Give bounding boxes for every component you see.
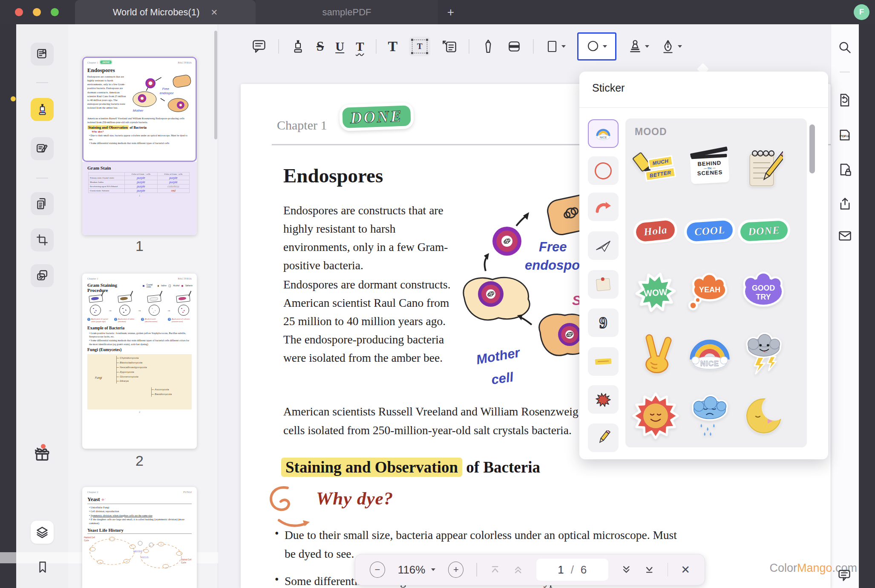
- yeah-sticker: YEAH: [685, 269, 735, 315]
- highlight-tool[interactable]: [291, 39, 305, 54]
- step-item: 1Application of crystal violet (purple d…: [87, 318, 112, 323]
- sticker-tool-active[interactable]: [577, 32, 616, 61]
- note-comment-tool[interactable]: [251, 39, 267, 54]
- callout-tool[interactable]: [442, 39, 457, 54]
- thumbnail-page-1[interactable]: Chapter 1 DONE BACTERIA Endospores Endos…: [82, 57, 197, 235]
- zoom-level-control[interactable]: 116%: [398, 563, 436, 576]
- underline-tool[interactable]: U: [335, 40, 344, 54]
- sticker-category-note[interactable]: [588, 270, 619, 299]
- sticker-category-plane[interactable]: [588, 231, 619, 260]
- thumb2-legend: Crystal violet Iodine Alcohol Safranin: [143, 284, 193, 288]
- sidebar-item-layers[interactable]: [31, 521, 54, 544]
- sticker-category-burst[interactable]: [588, 385, 619, 414]
- page-title: Endospores: [283, 164, 383, 187]
- sticker-moon[interactable]: [739, 392, 789, 439]
- sticker-peace-hand[interactable]: [630, 331, 681, 378]
- sticker-wow[interactable]: WOW: [630, 270, 681, 314]
- pencil-tool[interactable]: [481, 39, 495, 54]
- avatar[interactable]: F: [854, 4, 869, 20]
- sticker-done[interactable]: DONE: [739, 222, 789, 240]
- chevron-down-icon[interactable]: [561, 45, 566, 48]
- tab-close-icon[interactable]: ✕: [211, 7, 218, 17]
- sticker-much-better[interactable]: MUCH BETTER: [630, 147, 681, 190]
- next-page-button[interactable]: [621, 564, 631, 575]
- stamp-tool-group[interactable]: [628, 39, 649, 54]
- sidebar-item-reader[interactable]: [31, 43, 54, 66]
- sticker-notepad[interactable]: [739, 147, 789, 191]
- sidebar-item-slides[interactable]: [31, 264, 54, 287]
- rail-share[interactable]: [838, 196, 852, 213]
- sidebar-item-pages[interactable]: [31, 192, 54, 215]
- sticker-rain-cloud[interactable]: [685, 392, 735, 439]
- sticker-nice-rainbow[interactable]: NICE: [685, 333, 735, 376]
- sticker-yeah[interactable]: YEAH: [685, 269, 735, 315]
- strikethrough-tool[interactable]: S: [317, 39, 324, 54]
- chevron-down-icon[interactable]: [678, 45, 682, 48]
- thumbnail-scrollbar[interactable]: [214, 31, 217, 139]
- sticker-storm-cloud[interactable]: [739, 331, 789, 378]
- zoom-in-button[interactable]: +: [448, 562, 463, 578]
- squiggly-underline-tool[interactable]: T: [356, 40, 364, 54]
- done-sticker-annotation[interactable]: DONE: [339, 102, 414, 131]
- close-bar-button[interactable]: ✕: [681, 563, 690, 576]
- close-window-button[interactable]: [15, 8, 23, 16]
- shape-tool-group[interactable]: [545, 39, 566, 54]
- sticker-hola[interactable]: Hola: [630, 222, 681, 240]
- stamp-tool[interactable]: [628, 39, 642, 54]
- sticker-category-tape[interactable]: [588, 347, 619, 376]
- first-page-button[interactable]: [490, 564, 500, 575]
- sticker-category-circle[interactable]: [588, 156, 619, 185]
- rail-mail[interactable]: [838, 228, 852, 245]
- new-tab-button[interactable]: +: [438, 0, 463, 24]
- rail-divider: [840, 72, 850, 72]
- sidebar-item-crop[interactable]: [31, 228, 54, 251]
- rail-search[interactable]: [838, 40, 852, 56]
- previous-page-button[interactable]: [513, 564, 523, 575]
- rail-pdfa[interactable]: PDF/A: [838, 128, 852, 144]
- chevron-down-icon[interactable]: [431, 568, 435, 571]
- text-tool[interactable]: T: [388, 38, 398, 55]
- tab-samplepdf[interactable]: samplePDF: [256, 0, 438, 24]
- thumbnail-1-number[interactable]: 1: [82, 238, 197, 254]
- rail-convert[interactable]: [838, 93, 852, 109]
- bullet-1-line1: Due to their small size, bacteria appear…: [285, 526, 677, 545]
- zoom-out-button[interactable]: −: [370, 562, 385, 578]
- rail-protect[interactable]: [838, 163, 852, 179]
- rail-comment[interactable]: [837, 568, 852, 585]
- thumbnail-2-number[interactable]: 2: [82, 453, 197, 469]
- thumb3-label-ascus: ASCUS: [141, 556, 148, 559]
- zoom-level[interactable]: 116%: [398, 563, 426, 576]
- sticker-behind-the-scenes[interactable]: BEHIND — the — SCENES: [685, 156, 735, 182]
- thumbnail-page-2[interactable]: Chapter 1BACTERIA Gram Staining Procedur…: [82, 274, 197, 449]
- sticker-category-arrow[interactable]: [588, 193, 619, 221]
- chevron-down-icon[interactable]: [645, 45, 649, 48]
- sticker-good-try[interactable]: GOOD TRY: [739, 270, 789, 314]
- tab-world-of-microbes[interactable]: World of Microbes(1) ✕: [75, 0, 256, 24]
- sidebar-item-comment[interactable]: [31, 98, 54, 121]
- sidebar-item-gift[interactable]: [34, 447, 51, 465]
- zoom-window-button[interactable]: [51, 8, 59, 16]
- last-page-button[interactable]: [644, 564, 654, 575]
- textbox-tool[interactable]: T: [409, 37, 430, 56]
- chevron-down-icon[interactable]: [603, 45, 607, 48]
- sticker-grid-scrollbar[interactable]: [809, 124, 815, 173]
- gram-cell: colorless: [157, 184, 189, 189]
- minimize-window-button[interactable]: [33, 8, 41, 16]
- signature-tool-group[interactable]: [661, 39, 682, 54]
- page-number-box[interactable]: 1 / 6: [536, 559, 608, 581]
- thumbnail-page-3[interactable]: Chapter 2FUNGI Yeast ✧῾ • Unicellular Fu…: [82, 487, 197, 588]
- sticker-category-mood[interactable]: NICE: [588, 119, 619, 148]
- shape-rectangle-tool[interactable]: [545, 39, 559, 54]
- signature-pen-tool[interactable]: [661, 39, 675, 54]
- eraser-tool[interactable]: [507, 39, 521, 54]
- current-page[interactable]: 1: [558, 563, 564, 576]
- gram-col2: Color of Gram - cells: [157, 173, 189, 176]
- sticker-category-pencil[interactable]: [588, 424, 619, 452]
- legend-label: Crystal violet: [147, 284, 155, 288]
- sticker-cool[interactable]: COOL: [685, 222, 735, 240]
- sticker-sun[interactable]: [630, 392, 681, 440]
- sticker-category-quote[interactable]: 9: [588, 308, 619, 337]
- sidebar-item-edit[interactable]: [31, 137, 54, 160]
- cool-sticker: COOL: [686, 220, 734, 242]
- sidebar-item-bookmark[interactable]: [36, 561, 49, 575]
